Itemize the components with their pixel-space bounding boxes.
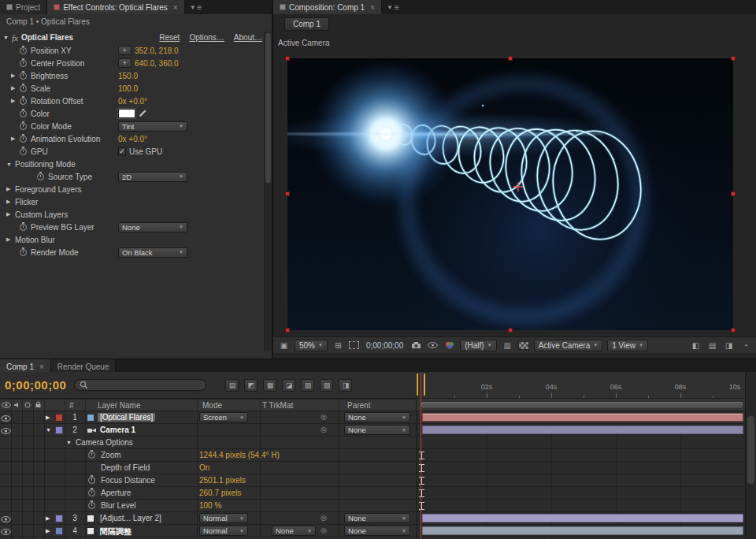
stopwatch-icon[interactable] xyxy=(88,452,95,459)
effect-property-row[interactable]: Color xyxy=(0,107,262,120)
property-value[interactable]: 0x +0.0° xyxy=(118,135,147,143)
timeline-scrollbar[interactable] xyxy=(745,372,756,539)
mode-dropdown[interactable]: Normal▼ xyxy=(199,526,248,536)
effect-property-row[interactable]: Source Type2D▼ xyxy=(0,170,262,183)
column-mode[interactable]: Mode xyxy=(202,401,222,410)
property-value[interactable]: 2501.1 pixels xyxy=(199,476,246,485)
property-row[interactable]: Aperture260.7 pixels xyxy=(0,487,416,500)
twirl-icon[interactable]: ▼ xyxy=(6,162,15,167)
stopwatch-icon[interactable] xyxy=(20,123,27,130)
effect-group-row[interactable]: ▶Foreground Layers xyxy=(0,183,262,195)
effect-property-row[interactable]: ▶Animation Evolution0x +0.0° xyxy=(0,132,262,145)
layer-duration-bar[interactable] xyxy=(422,514,743,522)
selection-handle[interactable] xyxy=(731,191,736,196)
twirl-icon[interactable]: ▶ xyxy=(46,528,50,534)
tab-project[interactable]: Project xyxy=(0,0,47,14)
column-number[interactable]: # xyxy=(69,401,74,410)
stopwatch-icon[interactable] xyxy=(20,60,27,67)
twirl-icon[interactable]: ▶ xyxy=(11,72,20,79)
property-value[interactable]: 100.0 xyxy=(118,84,138,93)
search-input[interactable] xyxy=(92,381,201,389)
switch-icon[interactable]: ◎ xyxy=(321,526,327,534)
label-color-chip[interactable] xyxy=(55,527,63,535)
effect-property-row[interactable]: Color ModeTint▼ xyxy=(0,120,262,132)
stopwatch-icon[interactable] xyxy=(20,72,27,80)
magnification-icon[interactable]: ▣ xyxy=(278,340,290,351)
graph-editor-icon[interactable]: ◨ xyxy=(339,379,352,392)
twirl-icon[interactable]: ▶ xyxy=(6,236,15,243)
trkmat-dropdown[interactable]: None▼ xyxy=(272,526,316,536)
flowchart-icon[interactable]: ◨ xyxy=(723,340,735,351)
track-row[interactable] xyxy=(417,462,745,474)
twirl-icon[interactable]: ▶ xyxy=(11,85,20,91)
property-value[interactable]: 0x +0.0° xyxy=(118,97,147,106)
property-value[interactable]: On xyxy=(199,463,209,472)
parent-dropdown[interactable]: None▼ xyxy=(344,526,410,536)
tab-effect-controls[interactable]: Effect Controls: Optical Flares × xyxy=(47,0,185,14)
parent-dropdown[interactable]: None▼ xyxy=(344,412,410,422)
search-box[interactable] xyxy=(74,379,206,391)
stopwatch-icon[interactable] xyxy=(20,110,27,117)
about-link[interactable]: About… xyxy=(234,33,262,42)
stopwatch-icon[interactable] xyxy=(20,47,27,54)
property-value[interactable]: 150.0 xyxy=(118,72,138,80)
visibility-eye-icon[interactable] xyxy=(1,427,11,436)
layer-row[interactable]: ▶3[Adjust... Layer 2]◎Normal▼None▼ xyxy=(0,512,416,525)
hide-shy-icon[interactable]: ◪ xyxy=(282,379,295,392)
column-layer-name[interactable]: Layer Name xyxy=(98,401,140,410)
property-value[interactable]: 352.0, 218.0 xyxy=(135,46,179,55)
label-color-chip[interactable] xyxy=(55,414,63,422)
effect-property-row[interactable]: ▶Scale100.0 xyxy=(0,82,262,95)
property-dropdown[interactable]: 2D▼ xyxy=(118,172,187,182)
reset-link[interactable]: Reset xyxy=(159,33,180,42)
scrollbar-thumb[interactable] xyxy=(747,416,754,484)
twirl-icon[interactable]: ▶ xyxy=(11,98,20,104)
stopwatch-icon[interactable] xyxy=(20,85,27,92)
track-row[interactable] xyxy=(417,474,745,487)
effect-group-row[interactable]: ▼Positioning Mode xyxy=(0,158,262,170)
selection-handle[interactable] xyxy=(285,56,290,61)
layer-name[interactable]: [Adjust... Layer 2] xyxy=(98,514,164,522)
close-icon[interactable]: × xyxy=(173,3,178,12)
property-row[interactable]: Focus Distance2501.1 pixels xyxy=(0,474,416,487)
effect-name[interactable]: Optical Flares xyxy=(21,33,73,42)
effect-property-row[interactable]: Render ModeOn Black▼ xyxy=(0,246,262,258)
switch-icon[interactable]: ◎ xyxy=(321,413,327,421)
layer-row[interactable]: ▶4間隔調整◎Normal▼None▼None▼ xyxy=(0,525,416,537)
stopwatch-icon[interactable] xyxy=(88,477,95,484)
timeline-icon[interactable]: ▤ xyxy=(706,340,718,351)
panel-menu-icon[interactable]: ▼≡ xyxy=(185,0,207,14)
stopwatch-icon[interactable] xyxy=(88,489,95,496)
selection-handle[interactable] xyxy=(731,56,736,61)
selection-handle[interactable] xyxy=(731,328,736,333)
visibility-eye-icon[interactable] xyxy=(1,414,11,423)
checkbox[interactable]: ✓ xyxy=(118,147,126,155)
twirl-icon[interactable]: ▶ xyxy=(6,186,15,192)
layer-name[interactable]: Camera 1 xyxy=(98,426,138,434)
view-layout-dropdown[interactable]: 1 View ▼ xyxy=(607,340,648,351)
stopwatch-icon[interactable] xyxy=(20,136,27,143)
selection-handle[interactable] xyxy=(285,191,290,196)
mode-dropdown[interactable]: Normal▼ xyxy=(199,513,248,523)
video-column-eye-icon[interactable] xyxy=(2,401,11,410)
property-group-row[interactable]: ▼Camera Options xyxy=(0,437,416,449)
layer-name[interactable]: [Optical Flares] xyxy=(98,413,155,422)
twirl-icon[interactable]: ▶ xyxy=(6,211,15,217)
parent-dropdown[interactable]: None▼ xyxy=(344,425,410,435)
twirl-icon[interactable]: ▼ xyxy=(66,440,72,445)
effect-group-row[interactable]: ▶Flicker xyxy=(0,195,262,208)
current-time-indicator-line[interactable] xyxy=(421,372,421,539)
twirl-down-icon[interactable]: ▼ xyxy=(3,35,9,40)
work-area-bar[interactable] xyxy=(421,402,743,407)
track-row[interactable] xyxy=(417,437,745,449)
show-snapshot-icon[interactable] xyxy=(427,340,439,351)
property-row[interactable]: Blur Level100 % xyxy=(0,500,416,512)
close-icon[interactable]: × xyxy=(39,362,44,371)
current-timecode[interactable]: 0;00;00;00 xyxy=(5,378,66,392)
twirl-icon[interactable]: ▶ xyxy=(46,414,50,421)
column-trkmat[interactable]: T TrkMat xyxy=(262,401,293,410)
layer-duration-bar[interactable] xyxy=(422,413,743,422)
camera-view-dropdown[interactable]: Active Camera ▼ xyxy=(534,340,603,351)
twirl-icon[interactable]: ▶ xyxy=(46,515,50,522)
track-row[interactable] xyxy=(417,500,745,512)
